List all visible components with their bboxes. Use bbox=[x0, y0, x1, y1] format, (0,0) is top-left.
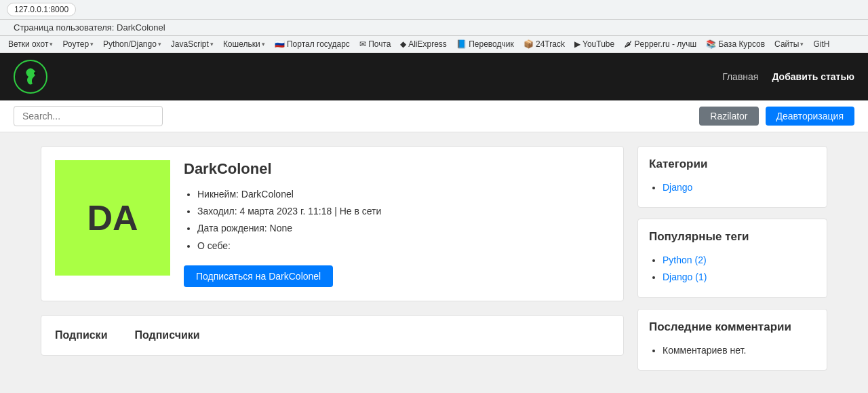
bookmark-youtube[interactable]: ▶ YouTube bbox=[572, 38, 617, 50]
tags-title: Популярные теги bbox=[649, 230, 816, 244]
chevron-down-icon: ▾ bbox=[262, 41, 265, 48]
list-item: Django bbox=[663, 179, 816, 196]
bookmark-pepper[interactable]: 🌶 Pepper.ru - лучш bbox=[621, 38, 699, 50]
profile-nickname: Никнейм: DarkColonel bbox=[197, 186, 610, 203]
nav-add-article-link[interactable]: Добавить статью bbox=[772, 71, 854, 82]
categories-card: Категории Django bbox=[637, 146, 827, 208]
bookmark-python[interactable]: Python/Django ▾ bbox=[100, 38, 164, 50]
chevron-down-icon: ▾ bbox=[800, 41, 804, 48]
bookmark-label: 🌶 Pepper.ru - лучш bbox=[624, 39, 696, 49]
bookmark-router[interactable]: Роутер ▾ bbox=[60, 38, 96, 50]
bookmark-js[interactable]: JavaScript ▾ bbox=[168, 38, 216, 50]
svg-point-1 bbox=[34, 72, 37, 75]
bookmark-sites[interactable]: Сайты ▾ bbox=[772, 38, 806, 50]
profile-username: DarkColonel bbox=[184, 160, 610, 178]
chevron-down-icon: ▾ bbox=[210, 41, 214, 48]
main-content: DA DarkColonel Никнейм: DarkColonel Захо… bbox=[27, 146, 841, 371]
tags-list: Python (2) Django (1) bbox=[649, 252, 816, 286]
followers-section: Подписчики bbox=[134, 329, 199, 341]
username-button[interactable]: Razilator bbox=[699, 107, 758, 126]
list-item: Django (1) bbox=[663, 269, 816, 286]
bookmark-translator[interactable]: 📘 Переводчик bbox=[454, 38, 517, 50]
page-tab-title: Страница пользователя: DarkColonel bbox=[14, 22, 165, 33]
nav-main-link[interactable]: Главная bbox=[722, 71, 758, 82]
category-link[interactable]: Django bbox=[663, 182, 692, 193]
categories-title: Категории bbox=[649, 157, 816, 171]
bookmark-label: Ветки охот bbox=[8, 39, 48, 49]
chevron-down-icon: ▾ bbox=[50, 41, 53, 48]
site-header: Главная Добавить статью bbox=[0, 53, 868, 100]
browser-bar: 127.0.0.1:8000 bbox=[0, 0, 868, 20]
comments-card: Последние комментарии Комментариев нет. bbox=[637, 309, 827, 371]
subscribe-button[interactable]: Подписаться на DarkColonel bbox=[184, 265, 333, 287]
search-row: Razilator Деавторизация bbox=[0, 100, 868, 132]
bookmark-label: GitH bbox=[813, 39, 829, 49]
bookmark-label: JavaScript bbox=[171, 39, 209, 49]
bookmark-courses[interactable]: 📚 База Курсов bbox=[703, 38, 768, 50]
site-nav: Главная Добавить статью bbox=[722, 71, 854, 82]
bookmark-label: ▶ YouTube bbox=[574, 39, 614, 49]
bookmark-label: 📦 24Track bbox=[524, 39, 565, 49]
tags-card: Популярные теги Python (2) Django (1) bbox=[637, 219, 827, 297]
tab-bar: Страница пользователя: DarkColonel bbox=[0, 20, 868, 36]
bookmark-label: 📚 База Курсов bbox=[706, 39, 765, 49]
comments-title: Последние комментарии bbox=[649, 320, 816, 334]
bookmark-aliexpress[interactable]: ◆ AliExpress bbox=[397, 38, 449, 50]
chevron-down-icon: ▾ bbox=[90, 41, 94, 48]
tag-python-link[interactable]: Python (2) bbox=[663, 255, 707, 265]
bookmark-label: 📘 Переводчик bbox=[456, 39, 514, 49]
profile-details: Никнейм: DarkColonel Заходил: 4 марта 20… bbox=[184, 186, 610, 255]
bookmark-vetki[interactable]: Ветки охот ▾ bbox=[5, 38, 56, 50]
bookmark-mail[interactable]: ✉ Почта bbox=[357, 38, 394, 50]
bookmark-label: ◆ AliExpress bbox=[400, 39, 446, 49]
bookmark-label: Python/Django bbox=[103, 39, 157, 49]
categories-list: Django bbox=[649, 179, 816, 196]
profile-about: О себе: bbox=[197, 238, 610, 255]
logout-button[interactable]: Деавторизация bbox=[766, 107, 854, 126]
bookmark-github[interactable]: GitH bbox=[810, 38, 832, 50]
bookmark-label: Кошельки bbox=[223, 39, 260, 49]
search-input[interactable] bbox=[14, 106, 163, 126]
chevron-down-icon: ▾ bbox=[158, 41, 161, 48]
list-item: Python (2) bbox=[663, 252, 816, 269]
profile-card: DA DarkColonel Никнейм: DarkColonel Захо… bbox=[41, 146, 624, 301]
logo-icon bbox=[14, 60, 47, 94]
followers-label: Подписчики bbox=[134, 329, 199, 341]
sidebar: Категории Django Популярные теги Python … bbox=[637, 146, 827, 371]
bookmark-label: ✉ Почта bbox=[359, 39, 391, 49]
following-label: Подписки bbox=[55, 329, 107, 341]
content-area: DA DarkColonel Никнейм: DarkColonel Захо… bbox=[41, 146, 624, 371]
bookmark-24track[interactable]: 📦 24Track bbox=[521, 38, 568, 50]
avatar: DA bbox=[55, 160, 170, 276]
address-bar[interactable]: 127.0.0.1:8000 bbox=[7, 3, 76, 16]
bookmarks-bar: Ветки охот ▾ Роутер ▾ Python/Django ▾ Ja… bbox=[0, 36, 868, 53]
comments-list: Комментариев нет. bbox=[649, 342, 816, 359]
bookmark-wallets[interactable]: Кошельки ▾ bbox=[220, 38, 268, 50]
following-section: Подписки bbox=[55, 329, 107, 341]
profile-birthdate: Дата рождения: None bbox=[197, 220, 610, 237]
bookmark-label: 🇷🇺 Портал государс bbox=[275, 39, 350, 49]
site-logo bbox=[14, 60, 47, 94]
tag-django-link[interactable]: Django (1) bbox=[663, 272, 707, 282]
subscriptions-row: Подписки Подписчики bbox=[41, 315, 624, 356]
bookmark-label: Сайты bbox=[774, 39, 799, 49]
auth-buttons: Razilator Деавторизация bbox=[699, 107, 854, 126]
bookmark-portal[interactable]: 🇷🇺 Портал государс bbox=[272, 38, 353, 50]
no-comments-item: Комментариев нет. bbox=[663, 342, 816, 359]
profile-last-seen: Заходил: 4 марта 2023 г. 11:18 | Не в се… bbox=[197, 203, 610, 220]
profile-info: DarkColonel Никнейм: DarkColonel Заходил… bbox=[184, 160, 610, 287]
bookmark-label: Роутер bbox=[62, 39, 89, 49]
